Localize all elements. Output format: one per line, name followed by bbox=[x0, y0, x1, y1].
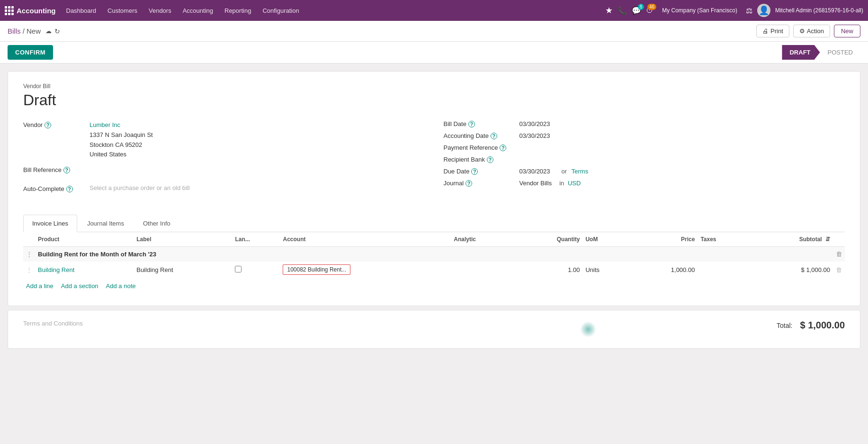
add-links: Add a line Add a section Add a note bbox=[23, 278, 845, 294]
th-taxes: Taxes bbox=[698, 232, 747, 247]
journal-field: Journal ? Vendor Bills in USD bbox=[444, 180, 845, 187]
th-product: Product bbox=[35, 232, 134, 247]
nav-reporting[interactable]: Reporting bbox=[220, 4, 256, 17]
section-delete[interactable]: 🗑 bbox=[833, 247, 845, 262]
bill-form: Vendor ? Lumber Inc 1337 N San Joaquin S… bbox=[23, 120, 845, 203]
bill-type-label: Vendor Bill bbox=[23, 83, 845, 90]
bill-date-value[interactable]: 03/30/2023 bbox=[519, 120, 550, 127]
auto-complete-input[interactable]: Select a purchase order or an old bill bbox=[89, 184, 190, 191]
line-subtotal: $ 1,000.00 bbox=[748, 262, 833, 278]
save-icon[interactable]: ☁ bbox=[45, 27, 52, 35]
bill-date-field: Bill Date ? 03/30/2023 bbox=[444, 120, 845, 127]
vendor-help[interactable]: ? bbox=[45, 122, 51, 128]
nav-dashboard[interactable]: Dashboard bbox=[62, 4, 101, 17]
tab-invoice-lines[interactable]: Invoice Lines bbox=[23, 215, 77, 232]
print-icon: 🖨 bbox=[762, 27, 769, 35]
user-avatar[interactable]: 👤 bbox=[757, 4, 770, 17]
vendor-addr3: United States bbox=[89, 150, 153, 160]
spinner-container bbox=[400, 320, 777, 339]
section-label[interactable]: Building Rent for the Month of March '23 bbox=[35, 247, 833, 262]
line-account[interactable]: 100082 Building Rent... bbox=[280, 262, 451, 278]
th-uom: UoM bbox=[582, 232, 628, 247]
add-line-link[interactable]: Add a line bbox=[26, 282, 54, 290]
bill-footer: Terms and Conditions Total: $ 1,000.00 bbox=[8, 310, 860, 349]
grid-icon bbox=[5, 6, 14, 15]
account-cell[interactable]: 100082 Building Rent... bbox=[283, 264, 350, 275]
line-uom[interactable]: Units bbox=[582, 262, 628, 278]
main-content: Vendor Bill Draft Vendor ? Lumber Inc 13… bbox=[0, 63, 868, 356]
vendor-addr1: 1337 N San Joaquin St bbox=[89, 130, 153, 140]
line-checkbox[interactable] bbox=[235, 266, 242, 272]
topnav-icons: ★ 📞 💬 8 ⏱ 46 My Company (San Francisco) … bbox=[605, 4, 863, 17]
auto-complete-help[interactable]: ? bbox=[66, 186, 73, 192]
th-price: Price bbox=[628, 232, 698, 247]
th-account: Account bbox=[280, 232, 451, 247]
th-lang: Lan... bbox=[232, 232, 280, 247]
status-stages: DRAFT POSTED bbox=[782, 45, 860, 60]
journal-help[interactable]: ? bbox=[465, 180, 472, 187]
terms-conditions[interactable]: Terms and Conditions bbox=[23, 320, 400, 327]
tab-other-info[interactable]: Other Info bbox=[134, 215, 179, 232]
bill-card: Vendor Bill Draft Vendor ? Lumber Inc 13… bbox=[8, 71, 860, 306]
line-label[interactable]: Building Rent bbox=[134, 262, 232, 278]
status-draft[interactable]: DRAFT bbox=[782, 45, 820, 60]
app-name: Accounting bbox=[17, 7, 56, 15]
new-button[interactable]: New bbox=[834, 25, 860, 37]
status-bar: CONFIRM DRAFT POSTED bbox=[0, 42, 868, 63]
line-product[interactable]: Building Rent bbox=[35, 262, 134, 278]
th-subtotal: Subtotal ⇵ bbox=[748, 232, 833, 247]
add-section-link[interactable]: Add a section bbox=[61, 282, 98, 290]
app-logo[interactable]: Accounting bbox=[5, 6, 56, 15]
line-taxes[interactable] bbox=[698, 262, 747, 278]
vendor-value[interactable]: Lumber Inc 1337 N San Joaquin St Stockto… bbox=[89, 120, 153, 160]
accounting-date-value[interactable]: 03/30/2023 bbox=[519, 132, 550, 139]
confirm-button[interactable]: CONFIRM bbox=[8, 45, 53, 60]
discard-icon[interactable]: ↻ bbox=[54, 27, 60, 35]
breadcrumb-parent[interactable]: Bills bbox=[8, 27, 21, 35]
drag-handle-icon[interactable]: ⋮ bbox=[26, 251, 32, 258]
payment-reference-help[interactable]: ? bbox=[500, 145, 506, 151]
phone-icon[interactable]: 📞 bbox=[617, 6, 627, 15]
line-drag: ⋮ bbox=[23, 262, 35, 278]
line-price[interactable]: 1,000.00 bbox=[628, 262, 698, 278]
line-analytic[interactable] bbox=[451, 262, 516, 278]
section-drag: ⋮ bbox=[23, 247, 35, 262]
clock-icon[interactable]: ⏱ 46 bbox=[646, 6, 653, 15]
print-button[interactable]: 🖨 Print bbox=[756, 25, 789, 37]
due-date-field: Due Date ? 03/30/2023 or Terms bbox=[444, 168, 845, 175]
chat-icon[interactable]: 💬 8 bbox=[632, 6, 641, 15]
status-posted[interactable]: POSTED bbox=[820, 45, 860, 60]
accounting-date-label: Accounting Date ? bbox=[444, 132, 519, 139]
journal-currency[interactable]: USD bbox=[568, 180, 581, 187]
add-note-link[interactable]: Add a note bbox=[106, 282, 136, 290]
bill-date-help[interactable]: ? bbox=[468, 121, 475, 127]
due-date-help[interactable]: ? bbox=[471, 168, 478, 175]
nav-accounting[interactable]: Accounting bbox=[178, 4, 218, 17]
due-date-terms[interactable]: Terms bbox=[572, 168, 588, 175]
bill-reference-field: Bill Reference ? bbox=[23, 165, 425, 179]
accounting-date-help[interactable]: ? bbox=[491, 133, 497, 139]
tab-journal-items[interactable]: Journal Items bbox=[78, 215, 133, 232]
breadcrumb: Bills / New bbox=[8, 27, 41, 35]
journal-value[interactable]: Vendor Bills bbox=[519, 180, 552, 187]
drag-handle-icon[interactable]: ⋮ bbox=[26, 266, 32, 273]
settings-icon[interactable]: ⚖ bbox=[746, 6, 752, 15]
form-right: Bill Date ? 03/30/2023 Accounting Date ?… bbox=[444, 120, 845, 203]
action-button[interactable]: ⚙ Action bbox=[793, 25, 830, 37]
nav-customers[interactable]: Customers bbox=[103, 4, 142, 17]
star-icon[interactable]: ★ bbox=[605, 5, 613, 16]
recipient-bank-label: Recipient Bank ? bbox=[444, 156, 519, 163]
recipient-bank-help[interactable]: ? bbox=[487, 156, 493, 163]
th-label: Label bbox=[134, 232, 232, 247]
due-date-value[interactable]: 03/30/2023 bbox=[519, 168, 550, 175]
bill-reference-help[interactable]: ? bbox=[63, 167, 70, 173]
th-analytic: Analytic bbox=[451, 232, 516, 247]
auto-complete-field: Auto-Complete ? Select a purchase order … bbox=[23, 184, 425, 198]
nav-vendors[interactable]: Vendors bbox=[144, 4, 176, 17]
user-name[interactable]: Mitchell Admin (26815976-16-0-all) bbox=[775, 7, 863, 14]
line-quantity[interactable]: 1.00 bbox=[516, 262, 582, 278]
nav-configuration[interactable]: Configuration bbox=[258, 4, 304, 17]
company-name[interactable]: My Company (San Francisco) bbox=[662, 7, 737, 14]
line-delete[interactable]: 🗑 bbox=[833, 262, 845, 278]
subtotal-settings-icon[interactable]: ⇵ bbox=[825, 236, 830, 243]
